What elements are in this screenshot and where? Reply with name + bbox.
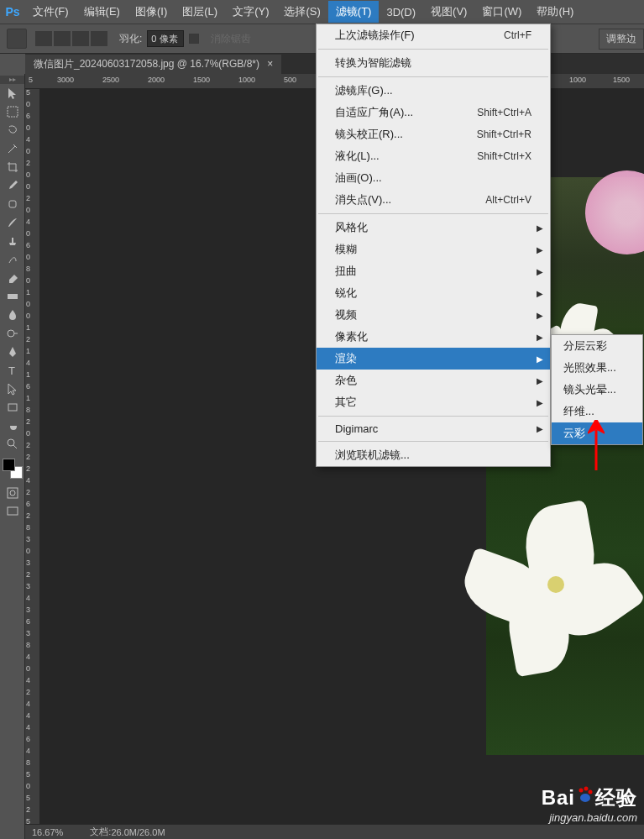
close-icon[interactable]: × bbox=[267, 58, 273, 70]
clone-stamp-tool-icon[interactable] bbox=[2, 232, 24, 250]
zoom-tool-icon[interactable] bbox=[2, 435, 24, 454]
menu-separator bbox=[318, 416, 548, 417]
quick-mask-icon[interactable] bbox=[2, 484, 24, 502]
selection-intersect-icon[interactable] bbox=[91, 31, 107, 46]
menu-3d[interactable]: 3D(D) bbox=[379, 3, 423, 22]
menu-adaptive-wide-angle[interactable]: 自适应广角(A)...Shift+Ctrl+A bbox=[317, 102, 550, 123]
menu-file[interactable]: 文件(F) bbox=[25, 1, 76, 23]
menu-liquify[interactable]: 液化(L)...Shift+Ctrl+X bbox=[317, 145, 550, 167]
submenu-arrow-icon: ▶ bbox=[537, 333, 543, 342]
menu-separator bbox=[318, 76, 548, 77]
eraser-tool-icon[interactable] bbox=[2, 269, 24, 287]
submenu-lighting-effects[interactable]: 光照效果... bbox=[552, 357, 642, 379]
document-tab[interactable]: 微信图片_20240603172058.jpg @ 16.7%(RGB/8*) … bbox=[25, 55, 281, 74]
toolbox-collapse[interactable]: ▸▸ bbox=[0, 76, 24, 84]
menu-stylize[interactable]: 风格化▶ bbox=[317, 217, 550, 239]
menu-separator bbox=[318, 213, 548, 214]
selection-add-icon[interactable] bbox=[54, 31, 71, 46]
feather-input[interactable] bbox=[147, 30, 184, 47]
move-tool-icon[interactable] bbox=[2, 84, 24, 102]
brush-tool-icon[interactable] bbox=[2, 213, 24, 232]
screen-mode-icon[interactable] bbox=[2, 502, 24, 521]
submenu-arrow-icon: ▶ bbox=[537, 424, 543, 433]
status-bar: 16.67% 文档: 26.0M/26.0M bbox=[25, 824, 644, 839]
pen-tool-icon[interactable] bbox=[2, 343, 24, 361]
foreground-color[interactable] bbox=[3, 459, 15, 471]
selection-subtract-icon[interactable] bbox=[72, 31, 89, 46]
toolbox: ▸▸ T bbox=[0, 74, 25, 839]
magic-wand-tool-icon[interactable] bbox=[2, 139, 24, 158]
image-content bbox=[585, 170, 644, 254]
path-selection-tool-icon[interactable] bbox=[2, 380, 24, 398]
crop-tool-icon[interactable] bbox=[2, 158, 24, 176]
menu-distort[interactable]: 扭曲▶ bbox=[317, 260, 550, 282]
dodge-tool-icon[interactable] bbox=[2, 324, 24, 343]
svg-point-8 bbox=[10, 490, 15, 496]
svg-rect-7 bbox=[8, 488, 18, 498]
blur-tool-icon[interactable] bbox=[2, 306, 24, 324]
hand-tool-icon[interactable] bbox=[2, 417, 24, 435]
watermark-url: jingyan.baidu.com bbox=[542, 811, 637, 824]
menu-select[interactable]: 选择(S) bbox=[276, 1, 327, 23]
ruler-vertical: 5060402002040608010012141618202224262830… bbox=[25, 89, 40, 824]
menu-blur[interactable]: 模糊▶ bbox=[317, 239, 550, 260]
menu-layer[interactable]: 图层(L) bbox=[175, 1, 225, 23]
submenu-arrow-icon: ▶ bbox=[537, 289, 543, 298]
lasso-tool-icon[interactable] bbox=[2, 121, 24, 139]
menu-view[interactable]: 视图(V) bbox=[423, 1, 474, 23]
history-brush-tool-icon[interactable] bbox=[2, 250, 24, 269]
eyedropper-tool-icon[interactable] bbox=[2, 176, 24, 195]
menu-video[interactable]: 视频▶ bbox=[317, 304, 550, 326]
menu-filter-gallery[interactable]: 滤镜库(G)... bbox=[317, 80, 550, 102]
healing-brush-tool-icon[interactable] bbox=[2, 195, 24, 213]
menu-convert-smart-filter[interactable]: 转换为智能滤镜 bbox=[317, 52, 550, 74]
menu-type[interactable]: 文字(Y) bbox=[225, 1, 276, 23]
watermark-brand: Bai经验 bbox=[542, 784, 637, 811]
menu-render[interactable]: 渲染▶ bbox=[317, 348, 550, 370]
menu-digimarc[interactable]: Digimarc▶ bbox=[317, 419, 550, 438]
svg-point-11 bbox=[584, 787, 589, 791]
menu-lens-correction[interactable]: 镜头校正(R)...Shift+Ctrl+R bbox=[317, 123, 550, 145]
menu-other[interactable]: 其它▶ bbox=[317, 391, 550, 413]
menu-pixelate[interactable]: 像素化▶ bbox=[317, 326, 550, 348]
menu-edit[interactable]: 编辑(E) bbox=[76, 1, 128, 23]
menu-last-filter[interactable]: 上次滤镜操作(F) Ctrl+F bbox=[317, 24, 550, 46]
menu-noise[interactable]: 杂色▶ bbox=[317, 370, 550, 391]
rectangle-tool-icon[interactable] bbox=[2, 398, 24, 417]
svg-point-13 bbox=[580, 794, 590, 802]
gradient-tool-icon[interactable] bbox=[2, 287, 24, 306]
svg-point-10 bbox=[579, 789, 584, 793]
svg-rect-1 bbox=[9, 201, 16, 207]
color-swatch[interactable] bbox=[3, 459, 23, 479]
type-tool-icon[interactable]: T bbox=[2, 361, 24, 380]
refine-edge-button[interactable]: 调整边 bbox=[599, 29, 644, 50]
filter-menu-dropdown: 上次滤镜操作(F) Ctrl+F 转换为智能滤镜 滤镜库(G)... 自适应广角… bbox=[316, 24, 551, 467]
marquee-tool-icon[interactable] bbox=[2, 102, 24, 121]
menu-help[interactable]: 帮助(H) bbox=[529, 1, 581, 23]
submenu-arrow-icon: ▶ bbox=[537, 398, 543, 407]
svg-rect-0 bbox=[8, 107, 18, 117]
submenu-lens-flare[interactable]: 镜头光晕... bbox=[552, 379, 642, 401]
svg-rect-2 bbox=[8, 294, 18, 299]
svg-point-3 bbox=[8, 330, 14, 337]
image-content bbox=[476, 505, 644, 673]
menu-oil-paint[interactable]: 油画(O)... bbox=[317, 167, 550, 189]
menu-image[interactable]: 图像(I) bbox=[128, 1, 175, 23]
submenu-arrow-icon: ▶ bbox=[537, 223, 543, 233]
watermark: Bai经验 jingyan.baidu.com bbox=[542, 784, 637, 824]
menu-window[interactable]: 窗口(W) bbox=[474, 1, 529, 23]
antialias-label: 消除锯齿 bbox=[211, 32, 251, 46]
menu-sharpen[interactable]: 锐化▶ bbox=[317, 282, 550, 304]
menu-separator bbox=[318, 49, 548, 50]
menu-vanishing-point[interactable]: 消失点(V)...Alt+Ctrl+V bbox=[317, 189, 550, 211]
tab-title: 微信图片_20240603172058.jpg @ 16.7%(RGB/8*) bbox=[34, 58, 259, 70]
svg-point-12 bbox=[589, 790, 593, 794]
menu-browse-filters-online[interactable]: 浏览联机滤镜... bbox=[317, 444, 550, 466]
submenu-difference-clouds[interactable]: 分层云彩 bbox=[552, 335, 642, 357]
feather-label: 羽化: bbox=[119, 32, 142, 46]
zoom-level[interactable]: 16.67% bbox=[32, 827, 63, 837]
antialias-checkbox[interactable] bbox=[189, 34, 199, 44]
menu-filter[interactable]: 滤镜(T) bbox=[328, 1, 380, 23]
selection-new-icon[interactable] bbox=[35, 31, 52, 46]
marquee-tool-icon[interactable] bbox=[7, 29, 27, 49]
